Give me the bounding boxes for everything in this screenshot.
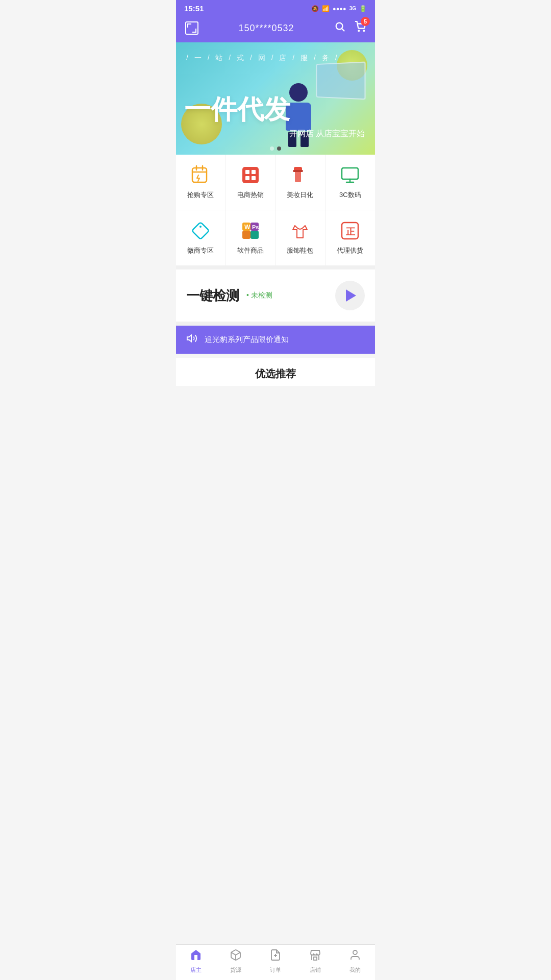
svg-line-1 (342, 29, 344, 31)
network-icon: 3G (349, 6, 356, 11)
svg-point-2 (358, 30, 359, 31)
svg-rect-8 (242, 167, 259, 183)
banner: / 一 / 站 / 式 / 网 / 店 / 服 / 务 / 一件代发 开网店 从… (176, 42, 375, 155)
flash-sale-icon (190, 165, 211, 185)
software-icon: W Ps (240, 220, 261, 241)
category-item-3c[interactable]: 3C数码 (325, 155, 375, 210)
category-label-3c: 3C数码 (339, 190, 361, 200)
category-item-ecommerce[interactable]: 电商热销 (226, 155, 276, 210)
scan-icon[interactable] (185, 21, 198, 35)
banner-dot-2[interactable] (277, 146, 281, 151)
svg-text:Ps: Ps (252, 224, 259, 230)
banner-dots (270, 146, 281, 151)
signal-icon: ●●●● (333, 6, 346, 12)
beauty-icon (290, 165, 310, 185)
wifi-icon: 📶 (322, 5, 330, 12)
category-item-flash-sale[interactable]: 抢购专区 (176, 155, 226, 210)
svg-rect-12 (252, 176, 256, 180)
section-title-recommended: 优选推荐 (176, 358, 375, 386)
status-time: 15:51 (184, 4, 204, 13)
category-item-beauty[interactable]: 美妆日化 (276, 155, 325, 210)
category-label-flash-sale: 抢购专区 (187, 190, 214, 200)
category-item-supply[interactable]: 正 代理供货 (325, 210, 375, 265)
detection-status: • 未检测 (246, 291, 272, 300)
svg-text:W: W (244, 224, 251, 231)
announce-text: 追光豹系列产品限价通知 (205, 335, 289, 345)
section-title-text: 优选推荐 (255, 368, 296, 379)
fashion-icon (290, 220, 310, 241)
category-label-supply: 代理供货 (337, 246, 363, 255)
detection-status-text: 未检测 (251, 291, 272, 299)
battery-icon: 🔋 (359, 5, 367, 12)
header-actions: 5 (334, 21, 366, 35)
svg-point-0 (336, 23, 343, 30)
svg-rect-4 (192, 168, 207, 182)
svg-rect-27 (251, 231, 259, 239)
detection-section: 一键检测 • 未检测 (176, 270, 375, 326)
detection-left: 一键检测 • 未检测 (186, 287, 272, 305)
category-grid: 抢购专区 电商热销 美妆日化 3C数码 (176, 155, 375, 270)
ecommerce-icon (240, 165, 261, 185)
status-bar: 15:51 🔕 📶 ●●●● 3G 🔋 (176, 0, 375, 16)
category-label-fashion: 服饰鞋包 (287, 246, 313, 255)
svg-point-21 (199, 226, 202, 228)
banner-main-text: 一件代发 (184, 95, 290, 124)
svg-point-3 (363, 30, 364, 31)
svg-rect-11 (245, 176, 249, 180)
account-number: 150****0532 (238, 23, 294, 34)
category-label-software: 软件商品 (237, 246, 264, 255)
svg-rect-15 (293, 170, 303, 172)
status-icons: 🔕 📶 ●●●● 3G 🔋 (311, 5, 367, 12)
banner-dot-1[interactable] (270, 146, 274, 151)
category-label-ecommerce: 电商热销 (237, 190, 264, 200)
svg-rect-20 (192, 222, 209, 239)
cart-icon[interactable]: 5 (355, 21, 366, 35)
wechat-icon (190, 220, 211, 241)
header: 150****0532 5 (176, 16, 375, 42)
svg-rect-9 (245, 170, 249, 174)
svg-rect-26 (242, 231, 251, 239)
category-label-wechat: 微商专区 (187, 246, 214, 255)
category-item-software[interactable]: W Ps 软件商品 (226, 210, 276, 265)
play-button[interactable] (335, 281, 365, 310)
3c-icon (340, 165, 360, 185)
svg-rect-10 (252, 170, 256, 174)
search-icon[interactable] (334, 21, 345, 35)
detection-dot: • (246, 291, 249, 299)
category-label-beauty: 美妆日化 (287, 190, 313, 200)
banner-sub-text: 开网店 从店宝宝开始 (289, 129, 365, 139)
svg-rect-16 (342, 168, 358, 179)
svg-rect-14 (295, 171, 301, 182)
svg-text:正: 正 (346, 227, 356, 237)
cart-badge: 5 (361, 17, 370, 26)
svg-marker-30 (187, 335, 191, 342)
category-item-fashion[interactable]: 服饰鞋包 (276, 210, 325, 265)
supply-icon: 正 (340, 220, 360, 241)
play-triangle-icon (346, 289, 356, 302)
announcement-bar: 追光豹系列产品限价通知 (176, 326, 375, 354)
mute-icon: 🔕 (311, 5, 319, 12)
announce-icon (186, 333, 197, 347)
detection-title: 一键检测 (186, 287, 239, 305)
category-item-wechat[interactable]: 微商专区 (176, 210, 226, 265)
figure-head (289, 83, 308, 102)
